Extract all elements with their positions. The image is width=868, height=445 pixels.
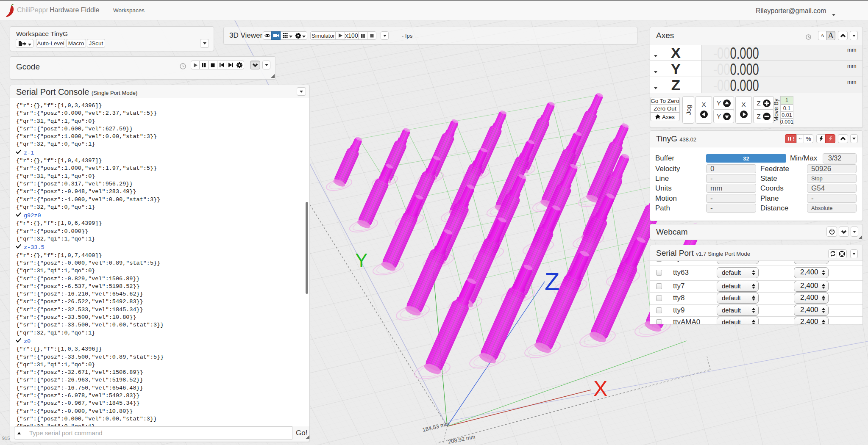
svg-text:Y: Y <box>355 250 367 271</box>
svg-text:X: X <box>593 377 607 401</box>
svg-text:Z: Z <box>545 268 559 295</box>
